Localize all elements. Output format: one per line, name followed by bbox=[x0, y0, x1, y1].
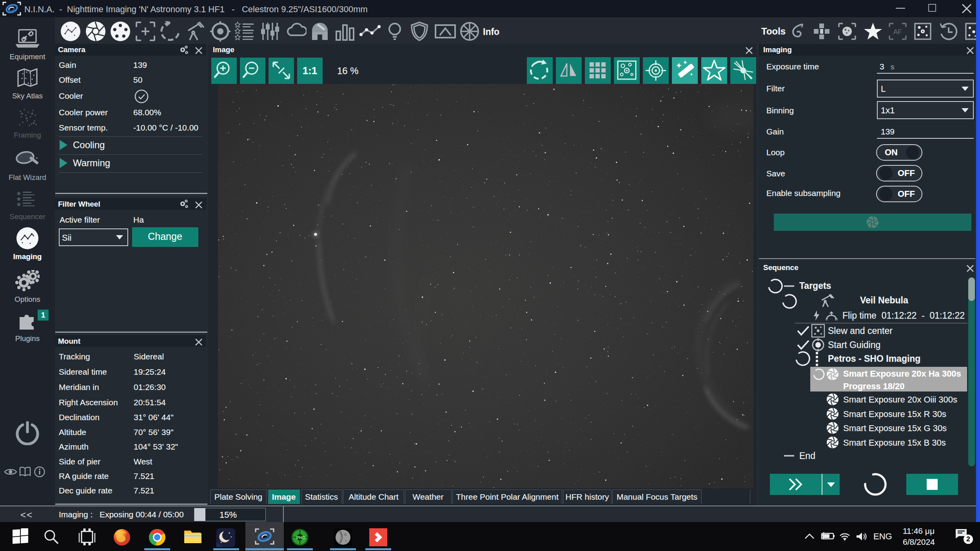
svg-text:AF: AF bbox=[893, 28, 902, 36]
svg-text:e: e bbox=[826, 317, 828, 321]
svg-text:w: w bbox=[835, 317, 838, 321]
svg-text:PHD: PHD bbox=[296, 535, 305, 540]
